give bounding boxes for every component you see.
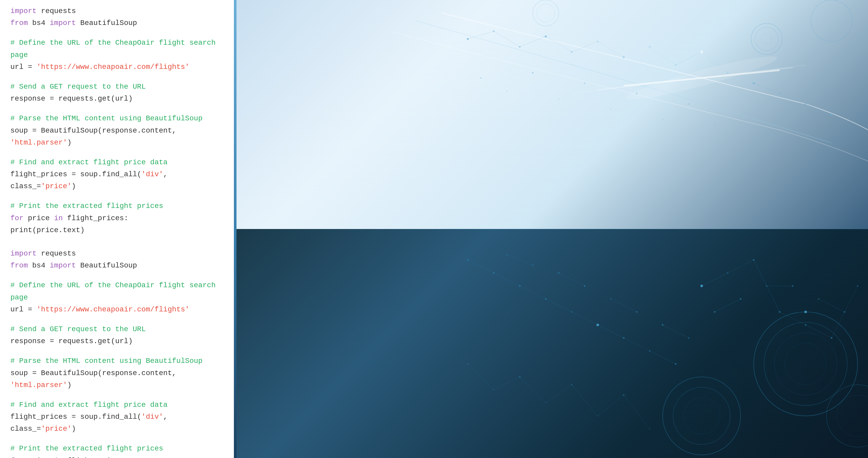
code-line-comment: # Print the extracted flight prices [10, 200, 223, 212]
svg-point-53 [673, 387, 730, 445]
background-panel [234, 0, 868, 458]
code-line: from bs4 import BeautifulSoup [10, 260, 223, 272]
code-text: BeautifulSoup [76, 19, 137, 27]
svg-point-32 [506, 90, 507, 91]
svg-line-88 [494, 273, 520, 286]
keyword-import: import [10, 7, 37, 15]
code-text: response = requests.get(url) [10, 95, 132, 103]
svg-line-26 [676, 52, 702, 65]
code-text: response = requests.get(url) [10, 337, 132, 345]
comment-text: # Parse the HTML content using Beautiful… [10, 357, 203, 365]
code-section-imports-1: import requests from bs4 import Beautifu… [10, 5, 223, 29]
code-line: url = 'https://www.cheapoair.com/flights… [10, 61, 223, 73]
code-line-comment: # Define the URL of the CheapOair flight… [10, 37, 223, 61]
code-text: flight_prices: [63, 214, 128, 222]
code-text: flight_prices: [63, 457, 128, 458]
svg-line-120 [494, 377, 520, 390]
accent-bar-top [234, 0, 237, 229]
svg-point-108 [596, 324, 599, 326]
svg-line-103 [611, 299, 637, 312]
code-block-1: import requests from bs4 import Beautifu… [10, 5, 223, 458]
svg-point-44 [811, 0, 852, 41]
code-line: response = requests.get(url) [10, 93, 223, 105]
tech-illustration [234, 0, 868, 458]
code-section-imports-2: import requests from bs4 import Beautifu… [10, 248, 223, 272]
comment-text: # Send a GET request to the URL [10, 325, 146, 333]
code-text: requests [37, 7, 76, 15]
keyword-for: for [10, 457, 23, 458]
svg-line-90 [546, 299, 572, 312]
string-parser: 'html.parser' [10, 139, 67, 147]
code-text: ) [71, 425, 76, 433]
code-line-comment: # Print the extracted flight prices [10, 442, 223, 455]
code-line: for price in flight_prices: [10, 455, 223, 458]
svg-point-38 [662, 119, 663, 120]
code-line-comment: # Find and extract flight price data [10, 156, 223, 169]
code-text: price [23, 457, 54, 458]
svg-line-95 [702, 273, 728, 286]
svg-line-119 [468, 364, 494, 390]
comment-text: # Find and extract flight price data [10, 158, 167, 166]
code-line: flight_prices = soup.find_all('div', cla… [10, 169, 223, 192]
svg-line-94 [650, 351, 676, 364]
comment-text: # Print the extracted flight prices [10, 445, 163, 453]
code-line: import requests [10, 248, 223, 260]
code-line-comment: # Parse the HTML content using Beautiful… [10, 355, 223, 367]
svg-line-123 [572, 385, 598, 416]
svg-line-21 [520, 36, 546, 47]
svg-point-35 [584, 83, 586, 84]
code-section-print-1: # Print the extracted flight prices for … [10, 200, 223, 236]
code-text: bs4 [28, 262, 50, 270]
code-text: ) [67, 381, 71, 389]
svg-point-42 [755, 27, 778, 51]
string-parser: 'html.parser' [10, 381, 67, 389]
code-section-request-2: # Send a GET request to the URL response… [10, 323, 223, 347]
code-line: soup = BeautifulSoup(response.content, '… [10, 125, 223, 149]
code-line: import requests [10, 5, 223, 17]
code-line-comment: # Find and extract flight price data [10, 399, 223, 411]
svg-point-48 [754, 312, 858, 416]
code-line: for price in flight_prices: [10, 212, 223, 224]
code-text: ) [71, 182, 76, 190]
svg-line-122 [546, 385, 572, 403]
svg-point-43 [762, 34, 772, 44]
svg-point-49 [764, 322, 847, 405]
svg-point-34 [558, 98, 559, 99]
code-text: ) [67, 139, 71, 147]
comment-text: # Find and extract flight price data [10, 401, 167, 409]
code-line-comment: # Parse the HTML content using Beautiful… [10, 113, 223, 124]
svg-point-33 [532, 72, 533, 73]
keyword-from: from [10, 19, 28, 27]
keyword-for: for [10, 214, 23, 222]
keyword-import2: import [50, 262, 76, 270]
svg-point-31 [480, 78, 482, 79]
svg-line-87 [468, 260, 494, 273]
code-text: flight_prices = soup.find_all( [10, 413, 142, 421]
svg-line-105 [715, 299, 741, 312]
code-text: requests [37, 249, 76, 257]
svg-line-89 [520, 286, 546, 299]
string-url: 'https://www.cheapoair.com/flights' [37, 63, 189, 71]
code-line: from bs4 import BeautifulSoup [10, 17, 223, 29]
code-text: url = [10, 63, 37, 71]
svg-line-104 [663, 325, 689, 338]
svg-point-39 [688, 103, 689, 105]
svg-point-41 [751, 23, 782, 55]
svg-point-36 [610, 109, 611, 110]
svg-point-55 [827, 385, 868, 447]
code-line-comment: # Send a GET request to the URL [10, 81, 223, 93]
svg-point-40 [714, 124, 715, 125]
string-url: 'https://www.cheapoair.com/flights' [37, 305, 189, 313]
string-price: 'price' [41, 425, 72, 433]
svg-point-51 [785, 343, 827, 385]
keyword-import: import [10, 249, 37, 257]
keyword-import2: import [50, 19, 76, 27]
svg-line-19 [468, 31, 494, 39]
code-line: flight_prices = soup.find_all('div', cla… [10, 411, 223, 435]
svg-line-30 [806, 104, 832, 114]
svg-line-25 [650, 47, 676, 65]
keyword-in: in [54, 214, 63, 222]
code-text: price [23, 214, 54, 222]
code-text: BeautifulSoup [76, 262, 137, 270]
svg-line-91 [572, 312, 598, 325]
